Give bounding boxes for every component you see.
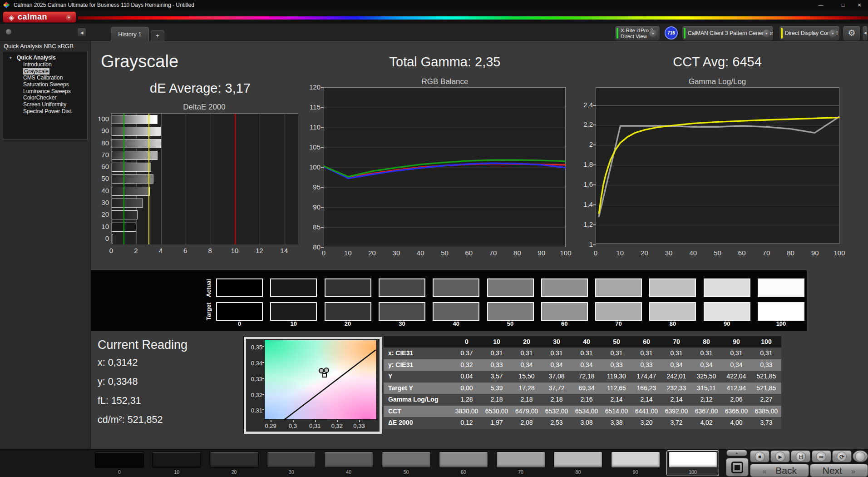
sidebar-item-label[interactable]: Screen Uniformity [23, 101, 66, 108]
pattern-swatch [324, 452, 373, 468]
sidebar-item-colorchecker[interactable]: ColorChecker [3, 94, 87, 101]
pattern-level-button-90[interactable]: 90 [609, 450, 662, 476]
title-bar: Calman 2025 Calman Ultimate for Business… [0, 0, 868, 10]
sidebar-item-label[interactable]: ColorChecker [23, 94, 56, 101]
pattern-level-button-70[interactable]: 70 [494, 450, 547, 476]
axis-tick-label: 85 [302, 223, 321, 231]
axis-tick-label: 100 [833, 249, 845, 257]
swatch-level-label: 90 [704, 320, 750, 327]
sidebar-item-label[interactable]: CMS Calibration [23, 75, 63, 81]
display-status-indicator [781, 28, 783, 39]
table-cell: 37,08 [542, 371, 572, 383]
sidebar-item-spectral-power-dist[interactable]: Spectral Power Dist. [3, 108, 87, 115]
pattern-level-button-50[interactable]: 50 [380, 450, 433, 476]
pattern-level-button-30[interactable]: 30 [265, 450, 318, 476]
pattern-generator-button[interactable]: CalMAN Client 3 Pattern Generator ▼ [682, 25, 774, 41]
table-cell: 2,06 [721, 394, 751, 406]
pattern-level-button-0[interactable]: 0 [93, 450, 146, 476]
actual-swatch-90 [704, 278, 750, 297]
sidebar-collapse-button[interactable]: ◀ [77, 28, 86, 37]
settings-button[interactable]: ⚙ [843, 25, 861, 41]
chevron-down-icon[interactable]: ▼ [649, 30, 657, 37]
display-control-button[interactable]: Direct Display Control ▼ [779, 25, 840, 41]
axis-tick-label: 105 [302, 143, 321, 151]
pattern-up-button[interactable]: ▲ [726, 450, 747, 456]
tree-root-quick-analysis[interactable]: ▾ Quick Analysis [3, 54, 87, 61]
tab-add-button[interactable]: + [151, 30, 164, 41]
sidebar-item-label[interactable]: Spectral Power Dist. [23, 108, 73, 114]
deltae-bar [112, 163, 151, 172]
chevron-down-icon[interactable]: ▼ [829, 30, 837, 37]
axis-tick [593, 144, 596, 145]
measure-stop-button[interactable]: ■ [750, 450, 769, 462]
table-cell: 0,32 [452, 359, 482, 371]
panel-collapse-right-button[interactable]: ◀ [862, 25, 868, 41]
deltae-y-axis: 1009080706050403020100 [90, 113, 109, 244]
axis-tick-label: 1,2 [573, 220, 593, 229]
table-cell: 6479,00 [512, 406, 542, 417]
pattern-level-button-100[interactable]: 100 [666, 450, 719, 476]
pattern-level-button-80[interactable]: 80 [552, 450, 604, 476]
sidebar-item-label[interactable]: Introduction [23, 61, 52, 68]
chevron-left-icon: ◀ [863, 31, 866, 35]
tab-history-1[interactable]: History 1 [111, 27, 149, 41]
chevron-down-icon[interactable]: ▼ [66, 15, 72, 21]
chevron-down-icon[interactable]: ▼ [763, 30, 770, 37]
axis-tick-label: 2,4 [573, 101, 593, 109]
pattern-level-button-20[interactable]: 20 [208, 450, 261, 476]
axis-tick-label: 50 [714, 249, 721, 257]
sidebar-item-luminance-sweeps[interactable]: Luminance Sweeps [3, 88, 87, 95]
pattern-window-button[interactable] [726, 458, 749, 477]
axis-tick [321, 167, 324, 168]
axis-tick-label: 10 [231, 247, 239, 254]
sidebar-item-label[interactable]: Luminance Sweeps [23, 88, 71, 94]
pattern-level-label: 100 [667, 469, 719, 475]
axis-tick-label: 0 [594, 249, 597, 257]
pattern-level-label: 70 [495, 469, 547, 475]
current-reading-fl: fL: 152,31 [98, 395, 141, 407]
sidebar-item-introduction[interactable]: Introduction [3, 61, 87, 68]
pattern-level-label: 30 [266, 469, 317, 475]
sidebar-item-screen-uniformity[interactable]: Screen Uniformity [3, 101, 87, 108]
meter-badge[interactable]: 716 [665, 26, 678, 40]
sidebar-item-grayscale[interactable]: Grayscale [3, 68, 87, 75]
sidebar-item-cms-calibration[interactable]: CMS Calibration [3, 75, 87, 81]
axis-tick-label: 0,29 [265, 422, 276, 429]
minimize-button[interactable]: — [812, 0, 829, 10]
pattern-level-button-10[interactable]: 10 [150, 450, 203, 476]
table-cell: 0,04 [452, 371, 482, 383]
measure-continuous-button[interactable]: [··] [791, 450, 810, 462]
reference-line [123, 114, 124, 244]
close-button[interactable]: ✕ [851, 0, 868, 10]
axis-tick-label: 20 [90, 210, 109, 219]
calman-menu-button[interactable]: ◈ calman ▼ [3, 11, 76, 23]
meter-status-indicator [616, 28, 618, 39]
axis-tick-label: 70 [489, 249, 497, 257]
toolbar: ◀ History 1 + X-Rite i1Pro 3 Direct View… [0, 24, 868, 41]
workflow-tree: ▾ Quick Analysis IntroductionGrayscaleCM… [3, 51, 88, 140]
table-cell: 2,12 [691, 394, 721, 406]
measure-loop-button[interactable]: ∞ [812, 450, 831, 462]
pattern-level-button-40[interactable]: 40 [322, 450, 375, 476]
window-title: Calman 2025 Calman Ultimate for Business… [14, 2, 194, 8]
meter-name: X-Rite i1Pro 3 [621, 28, 653, 34]
back-button[interactable]: « Back [750, 464, 809, 477]
sidebar-item-saturation-sweeps[interactable]: Saturation Sweeps [3, 81, 87, 88]
table-cell: 6534,00 [572, 406, 602, 417]
pattern-level-button-60[interactable]: 60 [437, 450, 490, 476]
table-cell: 17,28 [512, 383, 542, 394]
pattern-swatch [267, 452, 316, 468]
next-button[interactable]: Next » [810, 464, 868, 477]
table-cell: 0,34 [721, 359, 751, 371]
sidebar-pin-button[interactable] [5, 29, 12, 35]
measure-extra-button[interactable] [853, 450, 868, 462]
measure-refresh-button[interactable]: ⟳ [832, 450, 852, 462]
axis-tick-label: 6 [183, 247, 187, 254]
meter-selector-button[interactable]: X-Rite i1Pro 3 Direct View ▼ [615, 25, 660, 41]
sidebar-item-label[interactable]: Saturation Sweeps [23, 81, 69, 88]
table-cell: 325,50 [691, 371, 721, 383]
sidebar-item-label[interactable]: Grayscale [23, 68, 49, 75]
maximize-button[interactable]: □ [834, 0, 852, 10]
target-row-label: Target [205, 300, 213, 323]
measure-play-button[interactable]: ▶ [770, 450, 790, 462]
